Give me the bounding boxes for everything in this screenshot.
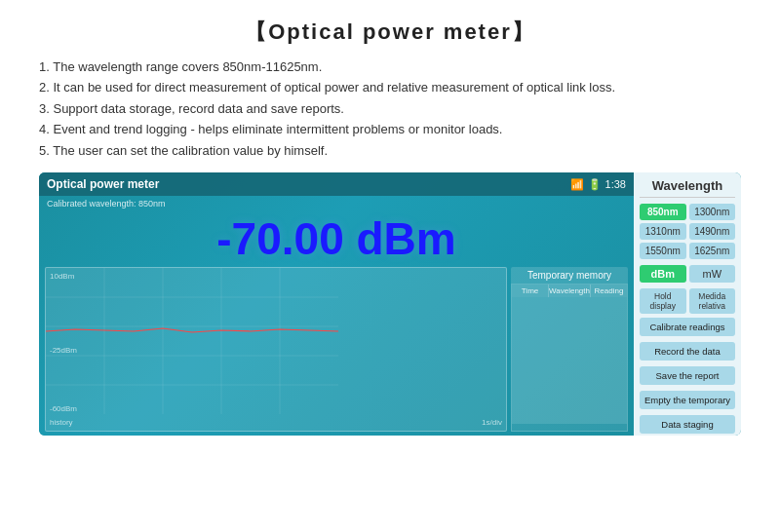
device-screen: Optical power meter 📶 🔋 1:38 Calibrated … [39,172,634,436]
unit-dbm[interactable]: dBm [640,265,686,283]
wl-btn-1550nm[interactable]: 1550nm [640,243,686,259]
temp-table-header: Time Wavelength Reading [512,285,627,297]
feature-4: 4. Event and trend logging - helps elimi… [39,119,741,139]
power-reading: -70.00 dBm [39,209,634,267]
device-main-area: 10dBm -25dBm -60dBm history 1s/div Tempo… [39,267,634,436]
data-staging-button[interactable]: Data staging [640,415,735,434]
chart-label-top: 10dBm [50,272,74,281]
temp-table-rows [512,297,627,424]
col-reading: Reading [591,285,627,297]
small-controls-row: Hold display Medida relativa [640,288,735,314]
battery-icon: 🔋 [588,178,602,191]
wifi-icon: 📶 [570,178,584,191]
page: 【Optical power meter】 1. The wavelength … [0,0,780,532]
wavelength-buttons: 850nm 1300nm 1310nm 1490nm 1550nm 1625nm [640,204,735,259]
feature-3: 3. Support data storage, record data and… [39,98,741,119]
feature-5: 5. The user can set the calibration valu… [39,140,741,161]
unit-buttons: dBm mW [640,265,735,283]
wl-btn-1310nm[interactable]: 1310nm [640,223,686,240]
feature-2: 2. It can be used for direct measurement… [39,77,741,97]
status-icons: 📶 🔋 1:38 [570,178,626,191]
temp-memory: Temporary memory Time Wavelength Reading [511,267,628,432]
temp-memory-title: Temporary memory [511,267,628,284]
device-app-title: Optical power meter [47,177,159,191]
wl-btn-1490nm[interactable]: 1490nm [689,223,736,240]
feature-1: 1. The wavelength range covers 850nm-116… [39,57,741,77]
wl-btn-1300nm[interactable]: 1300nm [689,204,736,220]
wl-btn-850nm[interactable]: 850nm [640,204,686,220]
chart-footer-right: 1s/div [482,418,502,427]
chart-label-bot: -60dBm [50,404,77,413]
chart-footer-left: history [50,418,73,427]
page-title: 【Optical power meter】 [39,18,741,47]
wl-btn-1625nm[interactable]: 1625nm [689,243,736,259]
col-wavelength: Wavelength [549,285,591,297]
time-display: 1:38 [605,178,626,190]
unit-mw[interactable]: mW [689,265,736,283]
medida-relativa-button[interactable]: Medida relativa [689,288,736,314]
calibrated-label: Calibrated wavelength: 850nm [39,196,634,209]
chart-area: 10dBm -25dBm -60dBm history 1s/div [45,267,507,432]
save-report-button[interactable]: Save the report [640,366,735,385]
record-data-button[interactable]: Record the data [640,342,735,361]
features-list: 1. The wavelength range covers 850nm-116… [39,57,741,161]
temp-memory-table: Time Wavelength Reading [511,284,628,432]
hold-display-button[interactable]: Hold display [640,288,686,314]
empty-temporary-button[interactable]: Empty the temporary [640,391,735,409]
chart-grid-svg [46,268,338,414]
wavelength-title: Wavelength [640,178,735,198]
device-topbar: Optical power meter 📶 🔋 1:38 [39,172,634,196]
device-screenshot: Optical power meter 📶 🔋 1:38 Calibrated … [39,172,741,436]
col-time: Time [512,285,549,297]
chart-label-mid: -25dBm [50,345,77,354]
chart-footer: history 1s/div [46,418,506,427]
wavelength-panel: Wavelength 850nm 1300nm 1310nm 1490nm 15… [634,172,741,436]
calibrate-readings-button[interactable]: Calibrate readings [640,318,735,336]
